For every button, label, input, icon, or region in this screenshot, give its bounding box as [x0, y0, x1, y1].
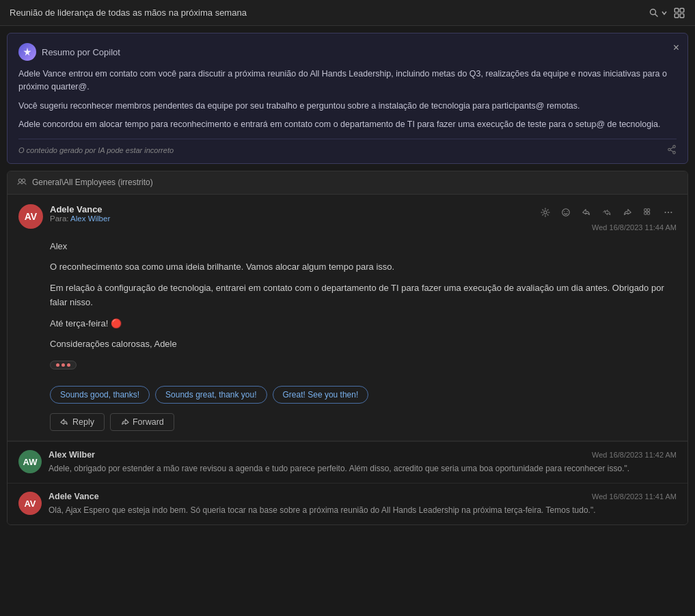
sender-name: Adele Vance — [50, 204, 110, 214]
copilot-paragraph-1: Adele Vance entrou em contato com você p… — [18, 68, 677, 94]
earlier-message-1: AW Alex Wilber Wed 16/8/2023 11:42 AM Ad… — [8, 441, 687, 483]
svg-point-13 — [544, 210, 547, 213]
thread-header: General\All Employees (irrestrito) — [8, 171, 687, 195]
svg-point-23 — [670, 211, 672, 212]
recipient-link[interactable]: Alex Wilber — [70, 214, 110, 223]
svg-line-9 — [670, 147, 673, 148]
copilot-footer: O conteúdo gerado por IA pode estar inco… — [18, 139, 677, 156]
svg-point-8 — [668, 148, 671, 151]
earlier-sender-2: AV Adele Vance Wed 16/8/2023 11:41 AM Ol… — [18, 492, 677, 516]
svg-point-16 — [567, 211, 568, 212]
emoji-icon[interactable] — [558, 204, 574, 221]
copilot-share-icon[interactable] — [667, 145, 677, 156]
earlier-content-1: Alex Wilber Wed 16/8/2023 11:42 AM Adele… — [49, 450, 677, 475]
body-line-1: Alex — [50, 240, 677, 254]
svg-point-7 — [673, 151, 676, 154]
svg-point-14 — [562, 208, 570, 216]
svg-point-11 — [18, 179, 21, 182]
copilot-close-button[interactable]: × — [673, 42, 679, 54]
svg-line-1 — [655, 14, 657, 16]
copilot-header: Resumo por Copilot × — [18, 43, 677, 61]
top-bar-actions — [649, 7, 685, 19]
earlier-sender-name-2: Adele Vance — [49, 492, 99, 501]
reply-button-label: Reply — [72, 417, 94, 427]
body-line-4: Até terça-feira! 🔴 — [50, 317, 677, 331]
action-buttons: Reply Forward — [18, 413, 677, 431]
earlier-date-2: Wed 16/8/2023 11:41 AM — [592, 492, 677, 501]
group-icon — [17, 177, 27, 188]
quick-reply-2[interactable]: Sounds great, thank you! — [155, 386, 267, 404]
earlier-avatar-alex: AW — [18, 450, 42, 473]
svg-rect-4 — [674, 14, 679, 18]
message-body: Alex O reconhecimento soa como uma ideia… — [18, 240, 677, 404]
settings-icon[interactable] — [537, 204, 554, 221]
top-bar: Reunião de liderança de todas as mãos na… — [0, 0, 695, 26]
body-line-3: Em relação à configuração de tecnologia,… — [50, 281, 677, 310]
reaction-area — [50, 359, 677, 378]
copilot-paragraph-3: Adele concordou em alocar tempo para rec… — [18, 118, 677, 131]
earlier-header-1: Alex Wilber Wed 16/8/2023 11:42 AM — [49, 450, 677, 460]
thread-group-label: General\All Employees (irrestrito) — [32, 178, 153, 187]
earlier-text-1: Adele, obrigado por estender a mão rave … — [49, 462, 677, 475]
quick-reply-1[interactable]: Sounds good, thanks! — [50, 386, 150, 404]
message-thread: General\All Employees (irrestrito) AV Ad… — [7, 171, 688, 526]
earlier-date-1: Wed 16/8/2023 11:42 AM — [592, 451, 677, 459]
svg-rect-5 — [680, 14, 684, 18]
earlier-content-2: Adele Vance Wed 16/8/2023 11:41 AM Olá, … — [49, 492, 677, 516]
copilot-logo — [18, 43, 36, 61]
sender-avatar: AV — [18, 204, 43, 229]
earlier-text-2: Olá, Ajax Espero que esteja indo bem. Só… — [49, 504, 677, 516]
copilot-title: Resumo por Copilot — [42, 47, 120, 57]
copilot-paragraph-2: Você sugeriu reconhecer membros pendente… — [18, 100, 677, 113]
svg-rect-2 — [674, 8, 679, 12]
ellipsis-icon[interactable] — [660, 204, 677, 221]
reply-all-icon[interactable] — [599, 204, 615, 221]
quick-reply-3[interactable]: Great! See you then! — [273, 386, 369, 404]
sender-to: Para: Alex Wilber — [50, 214, 110, 223]
expand-icon[interactable] — [673, 7, 685, 19]
earlier-header-2: Adele Vance Wed 16/8/2023 11:41 AM — [49, 492, 677, 501]
message-date: Wed 16/8/2023 11:44 AM — [592, 223, 677, 232]
svg-rect-18 — [647, 208, 650, 211]
email-subject-title: Reunião de liderança de todas as mãos na… — [10, 8, 247, 18]
svg-point-21 — [665, 211, 666, 212]
quick-replies: Sounds good, thanks! Sounds great, thank… — [50, 386, 677, 404]
message-header: AV Adele Vance Para: Alex Wilber — [18, 204, 677, 232]
forward-button[interactable]: Forward — [110, 413, 174, 431]
reply-button[interactable]: Reply — [50, 413, 105, 431]
svg-point-12 — [22, 179, 25, 182]
svg-point-22 — [668, 211, 669, 212]
copilot-summary-box: Resumo por Copilot × Adele Vance entrou … — [7, 33, 688, 164]
earlier-avatar-adele: AV — [18, 492, 42, 515]
svg-line-10 — [670, 150, 673, 151]
earlier-sender-1: AW Alex Wilber Wed 16/8/2023 11:42 AM Ad… — [18, 450, 677, 475]
copilot-disclaimer: O conteúdo gerado por IA pode estar inco… — [18, 146, 174, 154]
body-line-5: Considerações calorosas, Adele — [50, 337, 677, 352]
copilot-body: Adele Vance entrou em contato com você p… — [18, 68, 677, 132]
svg-point-15 — [564, 211, 564, 212]
svg-rect-19 — [644, 212, 647, 214]
reply-icon[interactable] — [578, 204, 595, 221]
earlier-message-2: AV Adele Vance Wed 16/8/2023 11:41 AM Ol… — [8, 483, 687, 524]
zoom-icon[interactable] — [649, 8, 668, 18]
earlier-sender-name-1: Alex Wilber — [49, 450, 95, 460]
forward-button-label: Forward — [133, 417, 164, 427]
body-line-2: O reconhecimento soa como uma ideia bril… — [50, 260, 677, 275]
main-message: AV Adele Vance Para: Alex Wilber — [8, 195, 687, 442]
message-action-icons — [537, 204, 677, 221]
forward-icon[interactable] — [619, 204, 636, 221]
svg-point-6 — [673, 145, 676, 148]
svg-rect-3 — [680, 8, 684, 12]
svg-rect-20 — [647, 212, 650, 214]
svg-rect-17 — [644, 208, 647, 211]
sender-info: AV Adele Vance Para: Alex Wilber — [18, 204, 110, 229]
reaction-dots[interactable] — [50, 361, 77, 369]
more-options-icon[interactable] — [640, 204, 656, 221]
sender-details: Adele Vance Para: Alex Wilber — [50, 204, 110, 223]
